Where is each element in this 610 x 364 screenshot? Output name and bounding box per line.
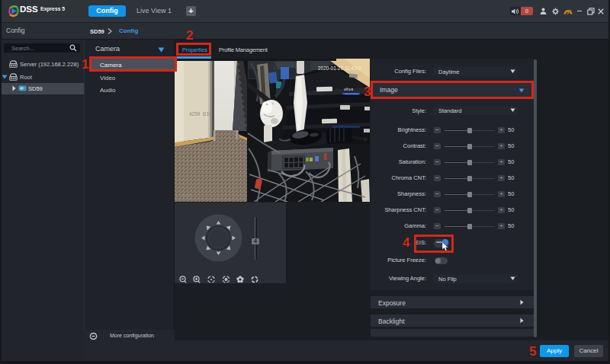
svg-text:4259 B10: 4259 B10 [189, 111, 212, 117]
svg-text:alhua: alhua [344, 87, 353, 91]
svg-text:AU(): AU() [181, 193, 191, 199]
